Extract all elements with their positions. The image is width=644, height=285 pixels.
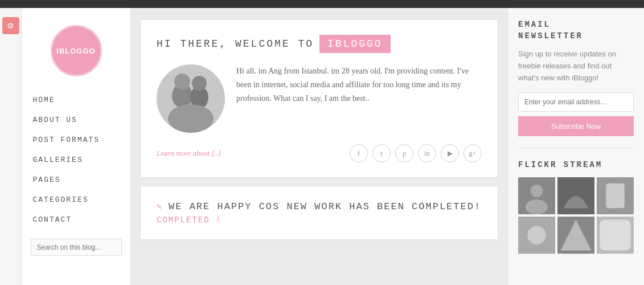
newsletter-title: EMAIL NEWSLETTER — [518, 19, 634, 42]
sidebar-item-contact[interactable]: CONTACT — [27, 210, 131, 230]
main-content: HI THERE, WELCOME TO IBLOGGO Hi all. im — [131, 8, 507, 285]
welcome-body-text: Hi all. im Ang from Istanbul. im 28 year… — [236, 64, 482, 133]
linkedin-icon[interactable]: in — [418, 144, 436, 162]
search-input[interactable] — [31, 239, 122, 256]
new-work-title-row: ✎ WE ARE HAPPY COS NEW WORK HAS BEEN COM… — [157, 201, 482, 212]
youtube-icon[interactable]: ▶ — [441, 144, 459, 162]
flickr-thumb-3[interactable] — [597, 177, 634, 214]
social-icons: f t p in ▶ g+ — [350, 144, 482, 162]
sidebar-item-about[interactable]: ABOUT US — [27, 110, 131, 130]
subscribe-button[interactable]: Subscribe Now — [518, 116, 634, 136]
edit-icon: ✎ — [157, 201, 163, 212]
welcome-title-pink: IBLOGGO — [319, 35, 391, 53]
card-footer: Learn more about [..] f t p in ▶ g+ — [157, 144, 482, 162]
gear-strip: ⚙ — [0, 8, 22, 285]
sidebar-item-post-formats[interactable]: POST FORMATS — [27, 130, 131, 150]
gear-button[interactable]: ⚙ — [2, 17, 19, 34]
svg-rect-17 — [600, 220, 630, 251]
newsletter-text: Sign up to receive updates on freebie re… — [518, 48, 634, 84]
flickr-thumb-2[interactable] — [557, 177, 594, 214]
avatar — [157, 64, 225, 133]
pinterest-icon[interactable]: p — [395, 144, 413, 162]
card-title-row: HI THERE, WELCOME TO IBLOGGO — [157, 35, 482, 53]
sidebar-item-pages[interactable]: PAGES — [27, 170, 131, 190]
svg-point-5 — [168, 104, 214, 133]
flickr-thumb-6[interactable] — [597, 217, 634, 254]
flickr-title: FLICKR STREAM — [518, 160, 634, 171]
flickr-thumb-4[interactable] — [518, 217, 555, 254]
top-bar — [0, 0, 644, 8]
flickr-grid — [518, 177, 634, 254]
email-input[interactable] — [518, 92, 634, 112]
sidebar-item-galleries[interactable]: GALLERIES — [27, 150, 131, 170]
svg-point-4 — [192, 76, 207, 91]
learn-more-link[interactable]: Learn more about [..] — [157, 149, 221, 158]
right-sidebar: EMAIL NEWSLETTER Sign up to receive upda… — [507, 8, 644, 285]
flickr-thumb-5[interactable] — [557, 217, 594, 254]
new-work-card: ✎ WE ARE HAPPY COS NEW WORK HAS BEEN COM… — [140, 186, 498, 240]
svg-rect-11 — [606, 184, 625, 208]
googleplus-icon[interactable]: g+ — [463, 144, 482, 162]
new-work-title: WE ARE HAPPY COS NEW WORK HAS BEEN COMPL… — [169, 201, 481, 212]
welcome-card: HI THERE, WELCOME TO IBLOGGO Hi all. im — [140, 19, 498, 178]
divider — [518, 148, 634, 148]
sidebar-item-categories[interactable]: CATEGORIES — [27, 190, 131, 210]
nav-menu: HOME ABOUT US POST FORMATS GALLERIES PAG… — [22, 90, 131, 230]
facebook-icon[interactable]: f — [350, 144, 368, 162]
sidebar-item-home[interactable]: HOME — [27, 90, 131, 110]
twitter-icon[interactable]: t — [372, 144, 391, 162]
svg-point-8 — [526, 199, 548, 214]
logo-text: IBLOGGO — [56, 47, 95, 55]
gear-icon: ⚙ — [7, 21, 14, 31]
flickr-thumb-1[interactable] — [518, 177, 555, 214]
completed-badge: COMPLETED ! — [157, 215, 482, 225]
welcome-title-plain: HI THERE, WELCOME TO — [157, 38, 314, 50]
svg-point-2 — [174, 74, 190, 89]
card-body: Hi all. im Ang from Istanbul. im 28 year… — [157, 64, 482, 133]
svg-point-7 — [531, 185, 543, 197]
svg-point-13 — [527, 226, 546, 245]
logo[interactable]: IBLOGGO — [51, 25, 102, 76]
